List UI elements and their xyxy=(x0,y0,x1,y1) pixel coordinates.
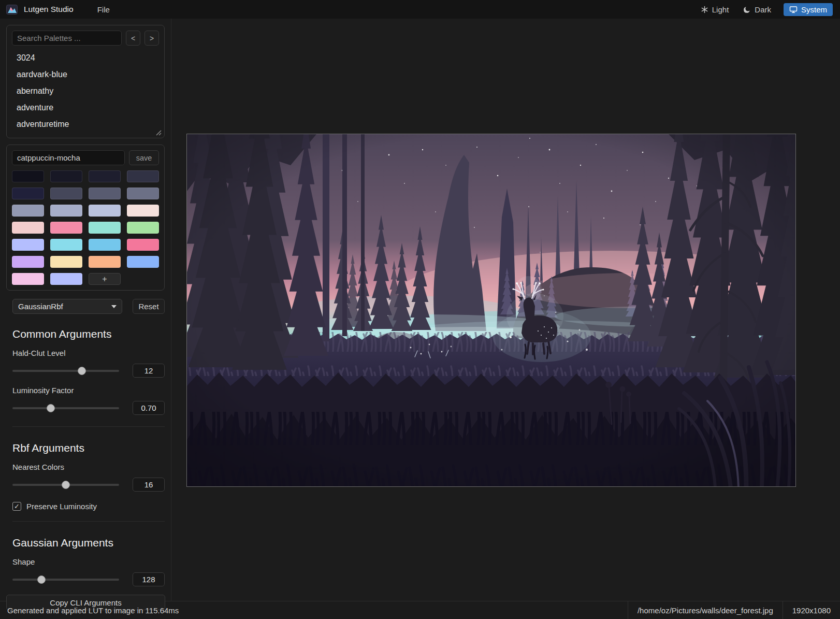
swatch-grid: + xyxy=(12,170,159,285)
theme-light-label: Light xyxy=(712,5,729,14)
preserve-luminosity-checkbox[interactable]: ✓ xyxy=(12,502,21,511)
color-swatch[interactable] xyxy=(127,256,159,268)
color-swatch[interactable] xyxy=(127,222,159,234)
color-swatch[interactable] xyxy=(12,256,44,268)
palette-browser-panel: < > 3024aardvark-blueabernathyadventurea… xyxy=(6,25,165,138)
theme-light-button[interactable]: Light xyxy=(699,3,731,16)
color-swatch[interactable] xyxy=(50,239,82,251)
slider-thumb[interactable] xyxy=(62,481,70,489)
slider-thumb[interactable] xyxy=(78,367,86,375)
color-swatch[interactable] xyxy=(89,256,121,268)
app-title: Lutgen Studio xyxy=(24,5,74,14)
preview-area xyxy=(171,19,840,601)
nearest-colors-label: Nearest Colors xyxy=(12,463,165,471)
save-button[interactable]: save xyxy=(129,150,159,165)
color-swatch[interactable] xyxy=(12,222,44,234)
color-swatch[interactable] xyxy=(89,239,121,251)
resize-handle[interactable] xyxy=(154,128,162,136)
color-swatch[interactable] xyxy=(12,273,44,285)
theme-system-label: System xyxy=(801,5,827,14)
reset-button[interactable]: Reset xyxy=(133,299,165,314)
palette-list-item[interactable]: adventure xyxy=(12,99,159,116)
theme-dark-label: Dark xyxy=(755,5,771,14)
color-swatch[interactable] xyxy=(127,205,159,217)
titlebar: Lutgen Studio File Light Dark System xyxy=(0,0,840,19)
color-swatch[interactable] xyxy=(12,170,44,182)
image-resolution: 1920x1080 xyxy=(783,601,840,619)
moon-icon xyxy=(743,6,751,13)
theme-dark-button[interactable]: Dark xyxy=(741,3,773,16)
nearest-colors-value[interactable]: 16 xyxy=(133,478,165,492)
color-swatch[interactable] xyxy=(12,239,44,251)
chevron-down-icon xyxy=(111,305,117,308)
algorithm-selected-value: GaussianRbf xyxy=(18,302,63,311)
color-swatch[interactable] xyxy=(89,188,121,199)
deer-forest-image xyxy=(187,134,795,486)
color-swatch[interactable] xyxy=(50,273,82,285)
color-swatch[interactable] xyxy=(12,188,44,199)
common-arguments-heading: Common Arguments xyxy=(12,328,165,340)
sidebar: < > 3024aardvark-blueabernathyadventurea… xyxy=(0,19,171,601)
shape-value[interactable]: 128 xyxy=(133,572,165,586)
color-swatch[interactable] xyxy=(127,239,159,251)
menu-file[interactable]: File xyxy=(93,3,114,16)
preserve-luminosity-label: Preserve Luminosity xyxy=(26,502,97,511)
nearest-colors-slider[interactable] xyxy=(12,480,119,490)
hald-clut-slider[interactable] xyxy=(12,366,119,376)
theme-system-button[interactable]: System xyxy=(784,3,833,16)
prev-page-button[interactable]: < xyxy=(126,31,140,46)
algorithm-select[interactable]: GaussianRbf xyxy=(12,299,122,314)
color-swatch[interactable] xyxy=(89,170,121,182)
palette-editor-panel: save + xyxy=(6,145,165,291)
slider-thumb[interactable] xyxy=(47,404,55,412)
image-preview xyxy=(186,134,796,487)
palette-list: 3024aardvark-blueabernathyadventureadven… xyxy=(12,50,159,133)
palette-name-input[interactable] xyxy=(12,150,125,165)
color-swatch[interactable] xyxy=(12,205,44,217)
shape-slider[interactable] xyxy=(12,575,119,584)
sun-icon xyxy=(701,6,708,13)
color-swatch[interactable] xyxy=(127,170,159,182)
file-path: /home/oz/Pictures/walls/deer_forest.jpg xyxy=(628,601,783,619)
add-color-button[interactable]: + xyxy=(89,273,121,285)
color-swatch[interactable] xyxy=(127,188,159,199)
palette-list-item[interactable]: adventuretime xyxy=(12,116,159,133)
palette-list-item[interactable]: abernathy xyxy=(12,83,159,99)
shape-label: Shape xyxy=(12,557,165,566)
next-page-button[interactable]: > xyxy=(144,31,159,46)
color-swatch[interactable] xyxy=(89,205,121,217)
luminosity-factor-label: Luminosity Factor xyxy=(12,386,165,395)
color-swatch[interactable] xyxy=(50,222,82,234)
search-input[interactable] xyxy=(12,31,122,46)
gaussian-arguments-heading: Gaussian Arguments xyxy=(12,537,165,549)
separator xyxy=(12,426,165,427)
slider-thumb[interactable] xyxy=(37,575,46,584)
color-swatch[interactable] xyxy=(50,256,82,268)
status-message: Generated and applied LUT to image in 11… xyxy=(0,606,179,615)
app-logo-icon xyxy=(6,4,19,15)
hald-clut-value[interactable]: 12 xyxy=(133,364,165,378)
rbf-arguments-heading: Rbf Arguments xyxy=(12,442,165,454)
hald-clut-label: Hald-Clut Level xyxy=(12,349,165,357)
separator xyxy=(12,521,165,522)
algorithm-panel: GaussianRbf Reset Common Arguments Hald-… xyxy=(6,299,165,610)
luminosity-factor-slider[interactable] xyxy=(12,404,119,413)
color-swatch[interactable] xyxy=(50,170,82,182)
color-swatch[interactable] xyxy=(50,188,82,199)
color-swatch[interactable] xyxy=(50,205,82,217)
palette-list-item[interactable]: aardvark-blue xyxy=(12,66,159,83)
monitor-icon xyxy=(789,6,798,13)
color-swatch[interactable] xyxy=(89,222,121,234)
luminosity-factor-value[interactable]: 0.70 xyxy=(133,401,165,415)
palette-list-item[interactable]: 3024 xyxy=(12,50,159,66)
